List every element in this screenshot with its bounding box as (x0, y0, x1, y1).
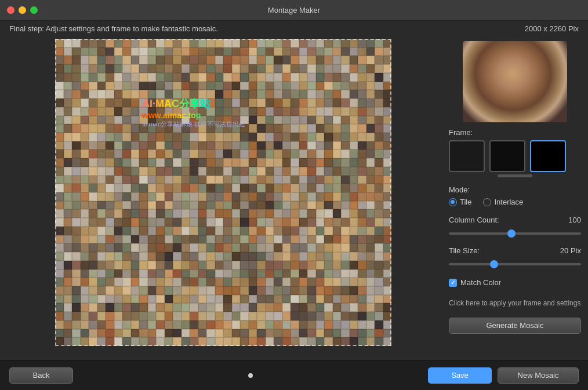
mosaic-cell (383, 209, 392, 218)
mosaic-cell (307, 116, 316, 125)
mosaic-cell (341, 192, 350, 201)
mosaic-cell (106, 99, 114, 107)
mosaic-cell (198, 141, 207, 150)
mosaic-cell (72, 141, 81, 150)
mosaic-cell (257, 201, 266, 210)
generate-mosaic-button[interactable]: Generate Mosaic (449, 318, 581, 334)
mosaic-cell (249, 218, 257, 227)
frame-option-3[interactable] (530, 140, 566, 172)
mosaic-cell (333, 329, 342, 338)
frame-option-1[interactable] (449, 140, 485, 172)
frame-option-2[interactable] (489, 140, 525, 172)
mosaic-cell (139, 201, 148, 210)
mosaic-cell (114, 320, 123, 329)
match-color-row[interactable]: ✓ Match Color (449, 278, 581, 287)
mosaic-cell (72, 184, 81, 192)
mosaic-cell (198, 73, 207, 82)
tile-size-slider[interactable] (449, 263, 581, 265)
mosaic-cell (173, 176, 182, 184)
mosaic-cell (148, 312, 157, 320)
mosaic-cell (232, 278, 241, 286)
column-count-slider[interactable] (449, 232, 581, 235)
mosaic-cell (139, 209, 148, 218)
mosaic-cell (299, 243, 308, 252)
mosaic-cell (316, 243, 325, 252)
mosaic-cell (282, 312, 291, 320)
mosaic-cell (131, 124, 140, 133)
mode-tile-option[interactable]: Tile (449, 198, 471, 206)
mosaic-cell (55, 82, 64, 90)
mosaic-cell (282, 107, 291, 116)
column-count-section: Column Count: 100 (449, 216, 581, 237)
mosaic-cell (64, 227, 72, 235)
mosaic-cell (257, 218, 266, 227)
mosaic-cell (249, 243, 257, 252)
mosaic-cell (64, 39, 72, 48)
mosaic-cell (64, 201, 72, 210)
mosaic-cell (55, 295, 64, 304)
mosaic-cell (366, 184, 375, 192)
mosaic-cell (106, 192, 114, 201)
mosaic-cell (64, 64, 72, 73)
mosaic-cell (232, 337, 241, 346)
mosaic-cell (299, 192, 308, 201)
mosaic-cell (291, 150, 299, 158)
mosaic-cell (139, 235, 148, 244)
close-button[interactable] (7, 6, 14, 14)
mosaic-cell (282, 201, 291, 210)
mosaic-cell (215, 64, 224, 73)
mosaic-cell (307, 150, 316, 158)
mosaic-cell (341, 261, 350, 269)
mosaic-cell (64, 150, 72, 158)
mosaic-cell (182, 209, 190, 218)
mosaic-cell (266, 269, 274, 278)
mosaic-cell (131, 158, 140, 167)
mosaic-cell (350, 227, 358, 235)
mosaic-cell (375, 82, 383, 90)
mosaic-cell (341, 209, 350, 218)
mosaic-cell (114, 329, 123, 338)
frames-scrollbar[interactable] (498, 174, 532, 177)
mosaic-cell (274, 39, 282, 48)
mosaic-cell (215, 269, 224, 278)
mosaic-cell (206, 167, 215, 176)
mosaic-cell (106, 158, 114, 167)
save-button[interactable]: Save (428, 367, 492, 384)
match-color-checkbox[interactable]: ✓ (449, 279, 457, 287)
mosaic-cell (232, 124, 241, 133)
mosaic-cell (232, 141, 241, 150)
mosaic-cell (122, 64, 131, 73)
mosaic-cell (206, 64, 215, 73)
mosaic-cell (190, 64, 198, 73)
mosaic-cell (81, 150, 89, 158)
mosaic-cell (182, 329, 190, 338)
maximize-button[interactable] (30, 6, 38, 14)
mosaic-cell (333, 150, 342, 158)
back-button[interactable]: Back (9, 367, 73, 384)
new-mosaic-button[interactable]: New Mosaic (498, 367, 579, 384)
mosaic-cell (156, 99, 165, 107)
mosaic-cell (307, 329, 316, 338)
mosaic-cell (139, 167, 148, 176)
mosaic-cell (316, 56, 325, 64)
mosaic-cell (341, 124, 350, 133)
mosaic-cell (215, 116, 224, 125)
mosaic-cell (139, 107, 148, 116)
mosaic-cell (266, 201, 274, 210)
mosaic-cell (249, 167, 257, 176)
mosaic-cell (206, 56, 215, 64)
mosaic-cell (106, 201, 114, 210)
mosaic-cell (156, 295, 165, 304)
mosaic-cell (131, 227, 140, 235)
mode-interlace-radio[interactable] (483, 198, 491, 206)
mosaic-cell (223, 73, 232, 82)
minimize-button[interactable] (19, 6, 26, 14)
mosaic-cell (97, 82, 106, 90)
mode-interlace-option[interactable]: Interlace (483, 198, 523, 206)
mosaic-cell (383, 261, 392, 269)
mosaic-cell (106, 184, 114, 192)
mosaic-cell (366, 303, 375, 312)
mode-tile-radio[interactable] (449, 198, 457, 206)
mosaic-cell (307, 286, 316, 295)
mosaic-cell (324, 124, 333, 133)
